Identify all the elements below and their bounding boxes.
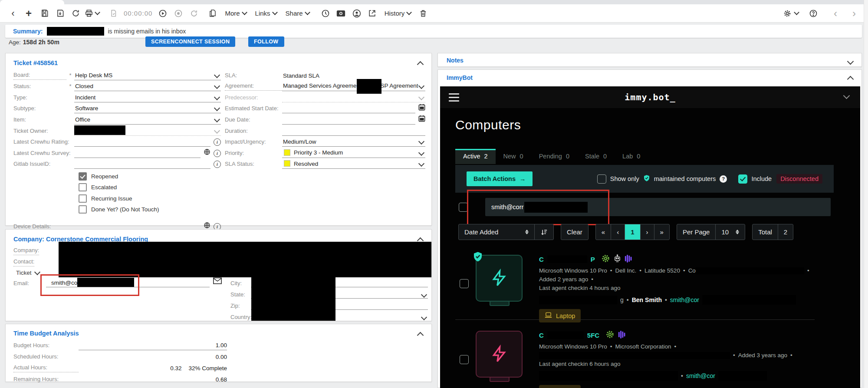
prev-record-icon[interactable]: ‹ xyxy=(829,7,842,20)
tab-stale[interactable]: Stale0 xyxy=(577,149,615,164)
ticket-owner-select[interactable] xyxy=(74,125,221,136)
send-email-icon[interactable] xyxy=(213,277,222,286)
predecessor-select[interactable] xyxy=(282,92,425,102)
crewhu-survey-input[interactable] xyxy=(74,148,201,158)
browser-tab[interactable] xyxy=(0,0,64,4)
settings-chevron-icon[interactable] xyxy=(794,10,799,15)
gitlab-issueid-input[interactable] xyxy=(74,158,210,169)
estimated-start-input[interactable] xyxy=(282,103,415,113)
copy-ticket-icon[interactable] xyxy=(206,7,219,20)
azure-ad-icon[interactable] xyxy=(618,330,626,340)
sort-direction-button[interactable] xyxy=(535,224,553,240)
help-icon[interactable] xyxy=(807,7,820,20)
sort-by-select[interactable]: Date Added xyxy=(459,224,535,240)
computer-name[interactable]: CP xyxy=(539,254,834,264)
clear-filters-button[interactable]: Clear xyxy=(561,224,588,240)
company-label[interactable]: Company: xyxy=(13,247,39,255)
tab-pending[interactable]: Pending0 xyxy=(531,149,577,164)
maintained-help-icon[interactable]: ? xyxy=(720,175,727,183)
done-yet-checkbox[interactable] xyxy=(79,205,87,214)
contact-label[interactable]: Contact: xyxy=(13,258,34,266)
start-timer-icon[interactable] xyxy=(156,7,169,20)
reset-timer-icon[interactable] xyxy=(187,7,201,20)
contact-icon[interactable] xyxy=(350,7,363,20)
gear-icon[interactable] xyxy=(605,330,615,340)
duration-input[interactable] xyxy=(282,125,425,136)
priority-select[interactable]: Priority 3 - Medium xyxy=(282,148,425,158)
per-page-select[interactable]: 10 xyxy=(716,224,745,240)
email-input[interactable]: smith@co xyxy=(46,277,210,287)
links-menu[interactable]: Links xyxy=(255,10,277,17)
expand-panel-icon[interactable] xyxy=(848,58,853,66)
budget-hours-input[interactable]: 1.00 xyxy=(79,342,227,350)
impact-select[interactable]: Medium/Low xyxy=(282,136,425,147)
due-date-input[interactable] xyxy=(282,114,415,125)
agent-robot-icon[interactable] xyxy=(614,254,621,264)
calendar-icon[interactable] xyxy=(418,115,425,124)
row-select-checkbox[interactable] xyxy=(460,279,469,288)
crewhu-rating-input[interactable] xyxy=(74,136,210,147)
status-select[interactable]: Closed xyxy=(74,81,221,91)
globe-icon[interactable] xyxy=(204,148,210,157)
agreement-select[interactable]: Managed Services AgreemeSP Agreement xyxy=(282,81,425,91)
record-timer-icon[interactable] xyxy=(172,7,185,20)
settings-gear-icon[interactable] xyxy=(783,7,799,20)
primary-user-email[interactable]: smith@cor xyxy=(670,296,699,303)
recurring-issue-checkbox[interactable] xyxy=(79,194,87,203)
gear-icon[interactable] xyxy=(601,254,610,264)
more-menu[interactable]: More xyxy=(225,10,246,17)
screen-record-icon[interactable] xyxy=(335,7,348,20)
collapse-panel-icon[interactable] xyxy=(418,60,423,69)
type-select[interactable]: Incident xyxy=(74,92,221,102)
sla-status-select[interactable]: Resolved xyxy=(282,158,425,169)
scrollbar[interactable] xyxy=(864,0,868,388)
refresh-icon[interactable] xyxy=(69,7,82,20)
computer-search-input[interactable]: smith@corr xyxy=(485,198,831,216)
page-first-button[interactable]: « xyxy=(596,224,611,240)
calendar-icon[interactable] xyxy=(418,104,425,112)
batch-actions-button[interactable]: Batch Actions→ xyxy=(467,171,533,186)
collapse-panel-icon[interactable] xyxy=(418,331,423,339)
save-icon[interactable] xyxy=(38,7,51,20)
delete-icon[interactable] xyxy=(417,7,430,20)
screenconnect-session-button[interactable]: SCREENCONNECT SESSION xyxy=(145,36,235,47)
page-last-button[interactable]: » xyxy=(654,224,669,240)
tab-new[interactable]: New0 xyxy=(496,149,531,164)
select-all-checkbox[interactable] xyxy=(459,203,468,212)
item-select[interactable]: Office xyxy=(74,114,221,125)
laptop-tag[interactable]: Laptop xyxy=(539,309,581,322)
info-icon[interactable]: i xyxy=(214,138,221,146)
print-icon[interactable] xyxy=(85,7,99,20)
tab-lab[interactable]: Lab0 xyxy=(615,149,648,164)
computer-row[interactable]: C5FC Microsoft Windows 10 Pro• Microsoft… xyxy=(455,325,837,388)
tab-active[interactable]: Active2 xyxy=(455,149,496,164)
computer-row[interactable]: CP Microsoft Windows 10 Pro• Dell Inc.• … xyxy=(455,249,837,318)
add-icon[interactable]: + xyxy=(22,7,35,20)
page-next-button[interactable]: › xyxy=(641,224,654,240)
page-prev-button[interactable]: ‹ xyxy=(611,224,625,240)
collapse-panel-icon[interactable] xyxy=(848,75,853,83)
laptop-tag[interactable]: Laptop xyxy=(539,385,581,388)
show-only-maintained-checkbox[interactable] xyxy=(597,174,606,184)
escalated-checkbox[interactable] xyxy=(79,183,87,191)
azure-ad-icon[interactable] xyxy=(625,254,632,264)
back-icon[interactable]: ‹ xyxy=(7,7,20,20)
save-and-close-icon[interactable] xyxy=(53,7,66,20)
info-icon[interactable]: i xyxy=(214,161,221,168)
schedule-icon[interactable] xyxy=(319,7,332,20)
include-disconnected-checkbox[interactable] xyxy=(738,174,747,184)
computer-name[interactable]: C5FC xyxy=(539,330,834,340)
ticket-view-dropdown[interactable]: Ticket xyxy=(16,270,39,276)
share-menu[interactable]: Share xyxy=(286,10,309,17)
open-in-new-icon[interactable] xyxy=(366,7,379,20)
subtype-select[interactable]: Software xyxy=(74,103,221,113)
info-icon[interactable]: i xyxy=(214,150,221,157)
print-menu-chevron-icon[interactable] xyxy=(95,10,100,15)
notes-panel[interactable]: Notes xyxy=(437,53,862,67)
row-select-checkbox[interactable] xyxy=(460,355,469,364)
primary-user-email[interactable]: smith@cor xyxy=(686,372,715,379)
history-menu[interactable]: History xyxy=(385,10,411,17)
reopened-checkbox[interactable] xyxy=(79,172,87,181)
page-number-current[interactable]: 1 xyxy=(625,224,640,240)
board-select[interactable]: Help Desk MS xyxy=(74,70,221,80)
